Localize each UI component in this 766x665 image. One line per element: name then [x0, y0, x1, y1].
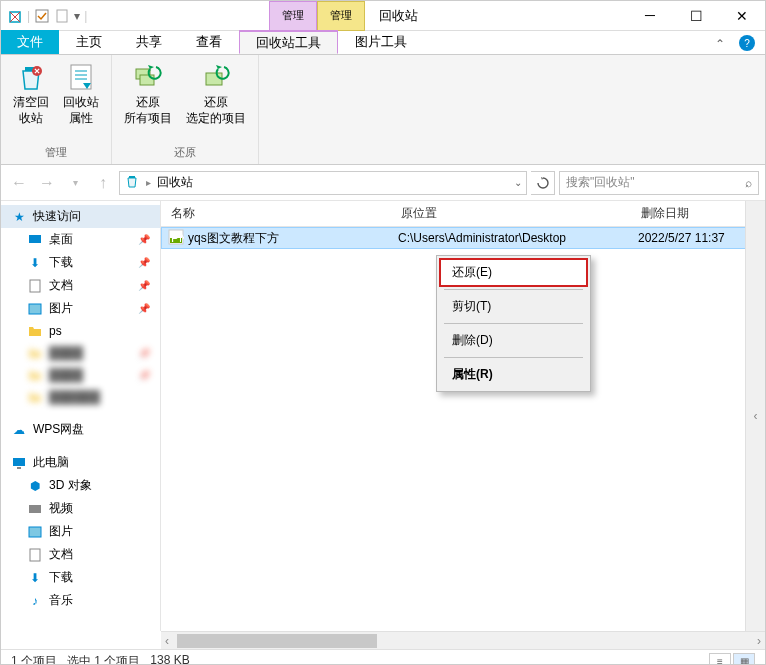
help-icon[interactable]: ?: [739, 35, 755, 51]
chevron-left-icon[interactable]: ‹: [161, 634, 173, 648]
sidebar-label: 图片: [49, 523, 73, 540]
folder-icon: [27, 367, 43, 383]
sidebar-blurred-3[interactable]: ██████: [1, 386, 160, 408]
sidebar-label: ████: [49, 368, 83, 382]
forward-button[interactable]: →: [35, 171, 59, 195]
search-icon[interactable]: ⌕: [745, 176, 752, 190]
ribbon: 清空回 收站 回收站 属性 管理 还原 所有项目 还原 选定的项目 还原: [1, 55, 765, 165]
share-tab[interactable]: 共享: [119, 30, 179, 54]
sidebar-wps[interactable]: ☁WPS网盘: [1, 418, 160, 441]
cloud-icon: ☁: [11, 422, 27, 438]
sidebar-ps[interactable]: ps: [1, 320, 160, 342]
minimize-button[interactable]: ─: [627, 1, 673, 31]
sidebar-label: 图片: [49, 300, 73, 317]
recent-locations-dropdown[interactable]: ▾: [63, 171, 87, 195]
file-name: yqs图文教程下方: [188, 230, 279, 247]
picture-icon: [27, 524, 43, 540]
star-icon: ★: [11, 209, 27, 225]
checkbox-icon[interactable]: [34, 8, 50, 24]
window-title: 回收站: [365, 7, 432, 25]
sidebar-label: 桌面: [49, 231, 73, 248]
up-button[interactable]: ↑: [91, 171, 115, 195]
horizontal-scrollbar[interactable]: ‹ ›: [161, 631, 765, 649]
status-bar: 1 个项目 选中 1 个项目 138 KB ≡ ▦: [1, 649, 765, 665]
sidebar-label: 快速访问: [33, 208, 81, 225]
column-headers: 名称 原位置 删除日期: [161, 201, 765, 227]
svg-rect-20: [30, 549, 40, 561]
view-tab[interactable]: 查看: [179, 30, 239, 54]
chevron-left-icon: ‹: [754, 409, 758, 423]
vertical-scrollbar[interactable]: ‹: [745, 201, 765, 631]
col-orig-location[interactable]: 原位置: [391, 205, 631, 222]
back-button[interactable]: ←: [7, 171, 31, 195]
contextual-tab-manage-1[interactable]: 管理: [269, 1, 317, 31]
close-button[interactable]: ✕: [719, 1, 765, 31]
restore-all-button[interactable]: 还原 所有项目: [120, 59, 176, 128]
svg-text:PNG: PNG: [171, 231, 184, 245]
qat-dropdown-icon[interactable]: ▾: [74, 9, 80, 23]
chevron-right-icon[interactable]: ›: [753, 634, 765, 648]
status-item-count: 1 个项目: [11, 653, 57, 665]
folder-icon: [27, 389, 43, 405]
sidebar-blurred-2[interactable]: ████📌: [1, 364, 160, 386]
file-row[interactable]: PNG yqs图文教程下方 C:\Users\Administrator\Des…: [161, 227, 765, 249]
refresh-button[interactable]: [531, 171, 555, 195]
sidebar-pictures-2[interactable]: 图片: [1, 520, 160, 543]
details-view-button[interactable]: ≡: [709, 653, 731, 666]
pin-icon: 📌: [138, 257, 150, 268]
document-icon[interactable]: [54, 8, 70, 24]
restore-selected-button[interactable]: 还原 选定的项目: [182, 59, 250, 128]
pin-icon: 📌: [138, 234, 150, 245]
titlebar: | ▾ | 管理 管理 回收站 ─ ☐ ✕: [1, 1, 765, 31]
recycle-bin-icon: [7, 8, 23, 24]
document-icon: [27, 278, 43, 294]
address-dropdown-icon[interactable]: ⌄: [514, 177, 522, 188]
sidebar-quick-access[interactable]: ★快速访问: [1, 205, 160, 228]
icons-view-button[interactable]: ▦: [733, 653, 755, 666]
address-bar[interactable]: ▸ 回收站 ⌄: [119, 171, 527, 195]
menu-delete[interactable]: 删除(D): [440, 327, 587, 354]
navigation-pane: ★快速访问 桌面📌 ⬇下载📌 文档📌 图片📌 ps ████📌 ████📌 ██…: [1, 201, 161, 631]
sidebar-blurred-1[interactable]: ████📌: [1, 342, 160, 364]
file-tab[interactable]: 文件: [1, 30, 59, 54]
menu-cut[interactable]: 剪切(T): [440, 293, 587, 320]
sidebar-downloads[interactable]: ⬇下载📌: [1, 251, 160, 274]
empty-recycle-button[interactable]: 清空回 收站: [9, 59, 53, 128]
sidebar-3d-objects[interactable]: ⬢3D 对象: [1, 474, 160, 497]
search-box[interactable]: 搜索"回收站" ⌕: [559, 171, 759, 195]
document-icon: [27, 547, 43, 563]
sidebar-label: ██████: [49, 390, 100, 404]
recycle-tools-tab[interactable]: 回收站工具: [239, 30, 338, 54]
group-label: 管理: [9, 143, 103, 160]
maximize-button[interactable]: ☐: [673, 1, 719, 31]
sidebar-downloads-2[interactable]: ⬇下载: [1, 566, 160, 589]
folder-icon: [27, 323, 43, 339]
sidebar-this-pc[interactable]: 此电脑: [1, 451, 160, 474]
sidebar-desktop[interactable]: 桌面📌: [1, 228, 160, 251]
breadcrumb-location[interactable]: 回收站: [157, 174, 193, 191]
col-name[interactable]: 名称: [161, 205, 391, 222]
button-label: 清空回 收站: [13, 95, 49, 126]
sidebar-pictures[interactable]: 图片📌: [1, 297, 160, 320]
home-tab[interactable]: 主页: [59, 30, 119, 54]
breadcrumb-separator: ▸: [146, 177, 151, 188]
picture-tools-tab[interactable]: 图片工具: [338, 30, 424, 54]
pin-icon: 📌: [138, 280, 150, 291]
sidebar-music[interactable]: ♪音乐: [1, 589, 160, 612]
menu-properties[interactable]: 属性(R): [440, 361, 587, 388]
collapse-ribbon-icon[interactable]: ⌃: [715, 37, 725, 51]
menu-restore[interactable]: 还原(E): [440, 259, 587, 286]
file-list-pane: 名称 原位置 删除日期 PNG yqs图文教程下方 C:\Users\Admin…: [161, 201, 765, 631]
sidebar-documents[interactable]: 文档📌: [1, 274, 160, 297]
recycle-properties-button[interactable]: 回收站 属性: [59, 59, 103, 128]
contextual-tab-manage-2[interactable]: 管理: [317, 1, 365, 31]
scroll-thumb[interactable]: [177, 634, 377, 648]
col-date-deleted[interactable]: 删除日期: [631, 205, 741, 222]
pin-icon: 📌: [138, 303, 150, 314]
menu-separator: [444, 357, 583, 358]
file-location: C:\Users\Administrator\Desktop: [392, 231, 632, 245]
sidebar-label: ████: [49, 346, 83, 360]
folder-icon: [27, 345, 43, 361]
sidebar-documents-2[interactable]: 文档: [1, 543, 160, 566]
sidebar-videos[interactable]: 视频: [1, 497, 160, 520]
